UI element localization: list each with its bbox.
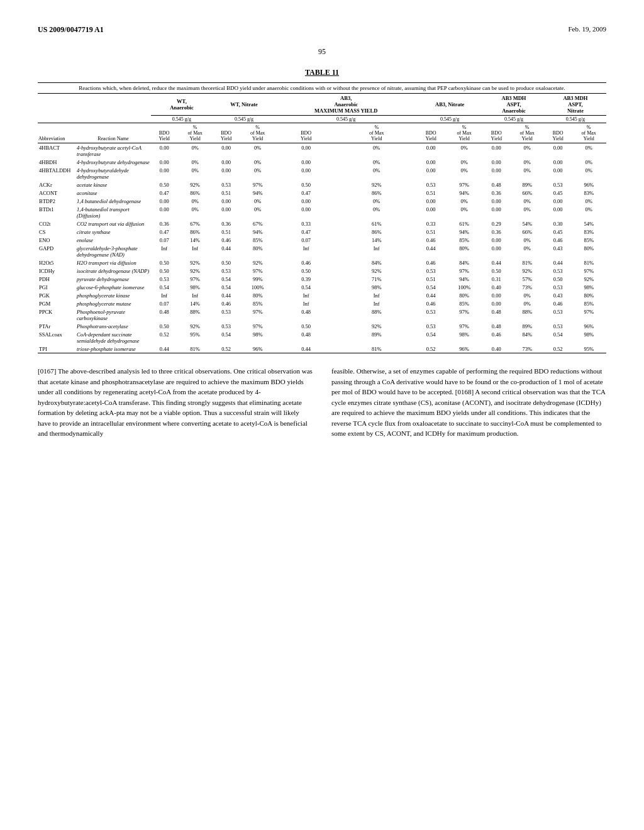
value-cell: 92% — [177, 322, 213, 330]
value-cell: 0.50 — [275, 322, 336, 330]
abbr-cell: ICDHy — [38, 267, 75, 275]
ab3-nitrate-header: AB3, Nitrate — [416, 94, 483, 116]
value-cell: 0.50 — [151, 267, 177, 275]
value-cell: 97% — [445, 267, 483, 275]
abbr-cell: PDH — [38, 275, 75, 283]
table-row: H2Ot5H2O transport via diffusion0.5092%0… — [38, 258, 606, 267]
reaction-name-cell: 4-hydroxybutyrate dehydrogenase — [75, 158, 151, 166]
value-cell: 0.48 — [483, 307, 509, 322]
value-cell: 0% — [445, 205, 483, 219]
value-cell: 80% — [445, 291, 483, 299]
abbr-cell: 4HBTALDDH — [38, 166, 75, 180]
reaction-name-cell: aconitase — [75, 189, 151, 197]
value-cell: 0.54 — [213, 283, 240, 291]
abbr-cell: GAPD — [38, 244, 75, 258]
value-cell: 99% — [240, 275, 275, 283]
value-cell: 0.36 — [483, 189, 509, 197]
main-table: Reactions which, when deleted, reduce th… — [38, 82, 606, 353]
value-cell: 92% — [336, 322, 416, 330]
value-cell: 0.53 — [545, 180, 571, 189]
value-cell: 0.00 — [545, 143, 571, 158]
reaction-name-cell: triose-phosphate isomerase — [75, 345, 151, 353]
value-cell: 0% — [571, 197, 606, 205]
value-cell: 97% — [445, 180, 483, 189]
value-cell: 0.00 — [483, 244, 509, 258]
value-cell: 0% — [177, 158, 213, 166]
value-cell: 0.53 — [151, 275, 177, 283]
value-cell: 85% — [571, 299, 606, 307]
value-cell: 0.00 — [275, 158, 336, 166]
value-cell: 0% — [445, 197, 483, 205]
abbr-cell: BTDt1 — [38, 205, 75, 219]
table-row: ENOenolase0.0714%0.4685%0.0714%0.4685%0.… — [38, 236, 606, 244]
value-cell: 80% — [571, 244, 606, 258]
value-cell: 0% — [571, 143, 606, 158]
value-cell: 88% — [177, 307, 213, 322]
value-cell: 0% — [240, 166, 275, 180]
paragraph-0167: [0167] The above-described analysis led … — [38, 366, 313, 439]
value-cell: 0.44 — [275, 345, 336, 353]
value-cell: 0.00 — [483, 236, 509, 244]
value-cell: 0.00 — [151, 143, 177, 158]
reaction-name-cell: phosphoglycerate kinase — [75, 291, 151, 299]
value-cell: 0.52 — [213, 345, 240, 353]
value-cell: 57% — [509, 275, 545, 283]
patent-number: US 2009/0047719 A1 — [38, 25, 104, 35]
value-cell: 83% — [571, 228, 606, 236]
value-cell: 0.46 — [416, 258, 445, 267]
value-cell: 0.53 — [416, 322, 445, 330]
value-cell: 0% — [509, 143, 545, 158]
value-cell: 71% — [336, 275, 416, 283]
value-cell: 0.00 — [416, 197, 445, 205]
value-cell: Inf — [336, 244, 416, 258]
value-cell: 81% — [571, 258, 606, 267]
value-cell: 0.48 — [483, 180, 509, 189]
value-cell: 0.00 — [483, 143, 509, 158]
table-row: BTDt11,4-butanediol transport (Diffusion… — [38, 205, 606, 219]
value-cell: 84% — [445, 258, 483, 267]
reaction-name-cell: 4-hydroxybutyrate acetyl-CoA transferase — [75, 143, 151, 158]
value-cell: 100% — [445, 283, 483, 291]
value-cell: 0.45 — [545, 228, 571, 236]
abbr-cell: ACONT — [38, 189, 75, 197]
value-cell: 0.53 — [545, 267, 571, 275]
value-cell: 97% — [445, 307, 483, 322]
value-cell: 0.46 — [416, 299, 445, 307]
bdo-yield-h4: BDOYield — [416, 123, 445, 143]
value-cell: Inf — [336, 291, 416, 299]
value-cell: 96% — [445, 345, 483, 353]
table-row: PGMphosphoglycerate mutase0.0714%0.4685%… — [38, 299, 606, 307]
value-cell: 85% — [240, 299, 275, 307]
value-cell: 0.52 — [151, 330, 177, 345]
value-cell: 0% — [509, 291, 545, 299]
value-cell: 0.36 — [151, 219, 177, 228]
left-paragraph-col: [0167] The above-described analysis led … — [38, 366, 313, 448]
value-cell: 0.50 — [151, 258, 177, 267]
table-row: ICDHyisocitrate dehydrogenase (NADP)0.50… — [38, 267, 606, 275]
value-cell: 94% — [445, 228, 483, 236]
reaction-name-cell: Phosphoenol-pyruvate carboxykinase — [75, 307, 151, 322]
abbr-cell: PGI — [38, 283, 75, 291]
header: US 2009/0047719 A1 Feb. 19, 2009 — [38, 25, 606, 35]
value-cell: 95% — [177, 330, 213, 345]
table-row: ACONTaconitase0.4786%0.5194%0.4786%0.519… — [38, 189, 606, 197]
value-cell: 0.50 — [483, 267, 509, 275]
table-row: CO2tCO2 transport out via diffusion0.366… — [38, 219, 606, 228]
value-cell: 0.53 — [545, 322, 571, 330]
ab3mdh-nitrate-header: AB3 MDHASPT,Nitrate — [545, 94, 606, 116]
value-cell: 80% — [445, 244, 483, 258]
value-cell: 84% — [509, 330, 545, 345]
abbr-cell: PPCK — [38, 307, 75, 322]
value-cell: 80% — [571, 291, 606, 299]
value-cell: 0.46 — [545, 299, 571, 307]
abbreviation-col-header: Abbreviation — [38, 123, 75, 143]
value-cell: 0.36 — [213, 219, 240, 228]
abbr-cell: PGM — [38, 299, 75, 307]
value-cell: 0.31 — [483, 275, 509, 283]
value-cell: Inf — [336, 299, 416, 307]
value-cell: 0% — [571, 158, 606, 166]
value-cell: 0.50 — [275, 267, 336, 275]
value-cell: 0.00 — [151, 197, 177, 205]
value-cell: 0% — [509, 158, 545, 166]
value-cell: Inf — [275, 291, 336, 299]
